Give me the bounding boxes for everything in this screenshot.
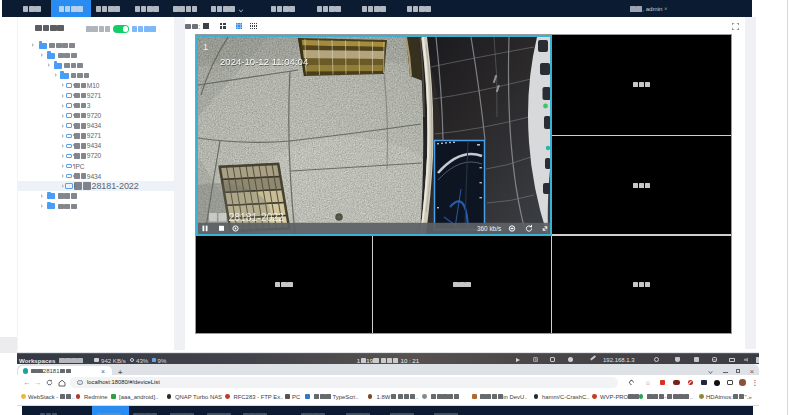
svg-text:1: 1 — [203, 41, 208, 51]
svg-text:360 kb/s: 360 kb/s — [477, 225, 501, 232]
svg-text:2024-10-12 11:04:04: 2024-10-12 11:04:04 — [220, 56, 309, 67]
svg-text:28181-2022: 28181-2022 — [228, 212, 284, 223]
